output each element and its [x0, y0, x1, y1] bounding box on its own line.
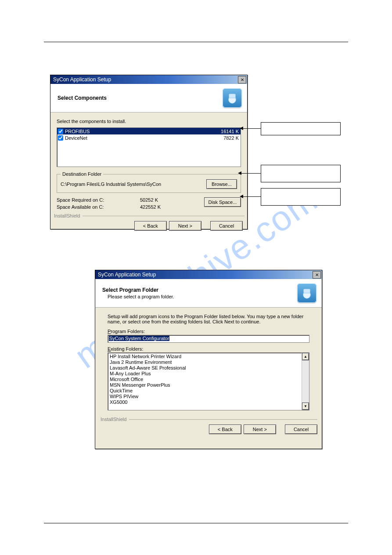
scroll-up-icon[interactable]: ▲ [302, 353, 309, 360]
destination-group: Destination Folder C:\Program Files\LG I… [57, 171, 241, 193]
wizard-header: Select Components [50, 84, 247, 112]
program-folder-value: SyCon System Configurator [109, 336, 169, 341]
scroll-track[interactable] [302, 360, 309, 403]
page-rule-bottom [44, 523, 348, 523]
component-label: PROFIBUS [65, 129, 221, 134]
folder-item[interactable]: QuickTime [110, 388, 300, 394]
space-available-value: 422552 K [140, 204, 180, 210]
close-button[interactable]: ✕ [238, 76, 246, 83]
folder-item[interactable]: HP Install Network Printer Wizard [110, 354, 300, 359]
page-title: Select Program Folder [102, 287, 174, 293]
titlebar: SyCon Application Setup ✕ [50, 75, 247, 84]
folder-item[interactable]: M-Any Loader Plus [110, 371, 300, 377]
dialog-select-program-folder: SyCon Application Setup ✕ Select Program… [95, 270, 322, 449]
space-required-label: Space Required on C: [57, 197, 140, 203]
existing-folders-label-rest: xisting Folders: [111, 346, 143, 352]
folder-item[interactable]: XG5000 [110, 399, 300, 405]
program-folders-label-rest: rogram Folders: [111, 329, 145, 334]
window-title: SyCon Application Setup [98, 272, 156, 278]
wizard-header: Select Program Folder Please select a pr… [95, 279, 322, 308]
annotation-box-diskspace [261, 188, 341, 206]
installer-icon [297, 283, 316, 303]
page-rule-top [44, 42, 348, 42]
page-title: Select Components [58, 95, 107, 101]
dialog-select-components: SyCon Application Setup ✕ Select Compone… [50, 75, 248, 229]
components-listbox[interactable]: PROFIBUS 16141 K DeviceNet 7822 K [57, 127, 241, 167]
window-title: SyCon Application Setup [53, 76, 111, 83]
page-subtitle: Please select a program folder. [108, 294, 174, 299]
cancel-button[interactable]: Cancel [285, 424, 317, 434]
destination-path: C:\Program Files\LG Industrial Systems\S… [61, 181, 206, 187]
program-folder-input[interactable]: SyCon System Configurator [108, 335, 309, 343]
component-row-devicenet[interactable]: DeviceNet 7822 K [57, 134, 241, 141]
close-button[interactable]: ✕ [313, 271, 321, 279]
installshield-label: InstallShield [100, 417, 129, 422]
browse-button[interactable]: Browse... [206, 179, 237, 189]
destination-legend: Destination Folder [61, 171, 103, 177]
scrollbar[interactable]: ▲ ▼ [302, 353, 309, 410]
next-button[interactable]: Next > [244, 424, 276, 434]
titlebar: SyCon Application Setup ✕ [95, 270, 322, 279]
folder-item[interactable]: Java 2 Runtime Environment [110, 359, 300, 365]
component-row-profibus[interactable]: PROFIBUS 16141 K [57, 128, 241, 134]
svg-rect-3 [304, 289, 310, 293]
scroll-down-icon[interactable]: ▼ [302, 403, 309, 410]
annotation-box-components [261, 122, 341, 135]
next-button[interactable]: Next > [169, 221, 201, 231]
folder-item[interactable]: MSN Messenger PowerPlus [110, 382, 300, 388]
annotation-box-browse [261, 165, 341, 182]
annotation-arrow-head [240, 127, 243, 130]
component-checkbox[interactable] [58, 135, 63, 141]
installshield-label: InstallShield [53, 213, 83, 218]
back-button[interactable]: < Back [209, 424, 241, 434]
annotation-arrow-head [240, 195, 243, 198]
annotation-arrow-head [238, 171, 241, 175]
body-instruction: Setup will add program icons to the Prog… [108, 314, 309, 324]
annotation-arrow-line [241, 173, 261, 174]
svg-rect-1 [229, 94, 236, 98]
component-checkbox[interactable] [58, 129, 63, 134]
component-size: 7822 K [223, 135, 239, 141]
back-button[interactable]: < Back [134, 221, 167, 231]
annotation-arrow-line [242, 128, 261, 129]
wizard-buttons: < Back Next > Cancel [95, 422, 322, 439]
folder-item[interactable]: Microsoft Office [110, 377, 300, 382]
existing-folders-listbox[interactable]: HP Install Network Printer Wizard Java 2… [108, 352, 309, 410]
component-label: DeviceNet [65, 135, 223, 141]
folder-item[interactable]: Lavasoft Ad-Aware SE Professional [110, 365, 300, 371]
space-required-value: 50252 K [140, 197, 180, 203]
folder-item[interactable]: WIPS PIView [110, 394, 300, 399]
cancel-button[interactable]: Cancel [210, 221, 243, 231]
disk-space-button[interactable]: Disk Space... [204, 197, 241, 207]
component-size: 16141 K [221, 129, 239, 134]
space-available-label: Space Available on C: [57, 204, 140, 210]
installer-icon [223, 88, 242, 108]
instruction-text: Select the components to install. [57, 119, 241, 124]
annotation-arrow-line [242, 196, 261, 197]
wizard-buttons: < Back Next > Cancel [50, 218, 247, 235]
